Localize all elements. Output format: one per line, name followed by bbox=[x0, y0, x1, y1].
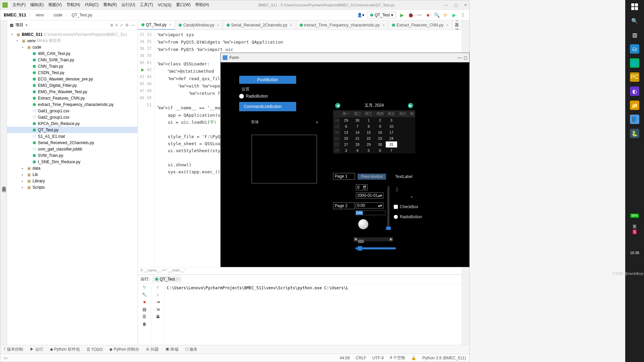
execute-icon[interactable]: ▶ bbox=[451, 12, 457, 18]
tree-row[interactable]: ⬢QT_Test.py bbox=[7, 127, 138, 133]
reader-mode[interactable]: 阅读器模式 bbox=[455, 20, 459, 30]
bottom-tool-pyc[interactable]: ◆ Python 控制台 bbox=[109, 347, 139, 352]
calendar-day[interactable]: 15 bbox=[363, 129, 374, 135]
menu-code[interactable]: 代码(C) bbox=[85, 2, 99, 8]
menu-tools[interactable]: 工具(T) bbox=[140, 2, 153, 8]
calendar-day[interactable]: 1 bbox=[363, 117, 374, 123]
qt-minimize-icon[interactable]: — bbox=[458, 55, 462, 60]
calendar-day[interactable]: 29 bbox=[363, 141, 374, 147]
tab-page-1[interactable]: Page 1 bbox=[333, 173, 355, 180]
calendar-day[interactable]: 5 bbox=[363, 147, 374, 154]
calendar-day[interactable]: 29 bbox=[340, 117, 352, 123]
indent[interactable]: 4 个空格 bbox=[390, 355, 405, 361]
search-icon[interactable]: 🔍 bbox=[434, 12, 440, 18]
bottom-tool-term[interactable]: ▣ 终端 bbox=[165, 347, 178, 352]
calendar-day[interactable]: 7 bbox=[352, 123, 363, 129]
calendar-widget[interactable]: ◀ 五月, 2024 ▶ 周一周二周三周四周五周六周18293012319678… bbox=[333, 103, 415, 154]
command-link-button[interactable]: CommandLinkButton bbox=[239, 102, 296, 111]
rerun-icon[interactable]: ↻ bbox=[143, 285, 146, 290]
horizontal-scrollbar[interactable]: ◀▶ bbox=[354, 237, 393, 241]
cal-month-label[interactable]: 五月, 2024 bbox=[365, 103, 384, 108]
stop-icon[interactable]: ■ bbox=[425, 12, 431, 18]
ime-indicator[interactable]: 英S bbox=[633, 224, 637, 235]
python-icon[interactable]: 🐍 bbox=[630, 129, 639, 138]
cal-prev-icon[interactable]: ◀ bbox=[335, 103, 340, 108]
start-icon[interactable] bbox=[630, 2, 639, 11]
menu-view[interactable]: 视图(V) bbox=[48, 2, 62, 8]
minimize-icon[interactable]: — bbox=[444, 3, 448, 7]
calendar-day[interactable]: 22 bbox=[363, 135, 374, 141]
calendar-day[interactable] bbox=[397, 123, 409, 129]
up-icon[interactable]: ↑ bbox=[157, 285, 159, 290]
calendar-day[interactable]: 20 bbox=[340, 135, 352, 141]
filter-icon[interactable]: ☰ bbox=[143, 314, 146, 319]
bottom-tool-list[interactable]: ☰ TODO bbox=[87, 347, 103, 352]
cal-next-icon[interactable]: ▶ bbox=[408, 103, 413, 108]
menu-vcs[interactable]: VCS(S) bbox=[158, 3, 171, 7]
calendar-day[interactable] bbox=[408, 123, 415, 129]
horizontal-slider[interactable] bbox=[356, 247, 396, 249]
tree-row[interactable]: ⬢SVM_Train.py bbox=[7, 152, 138, 159]
tree-row[interactable]: 📄svm_gait_classifier.joblib bbox=[7, 146, 138, 152]
qt-maximize-icon[interactable]: ▢ bbox=[464, 55, 467, 60]
editor-tab[interactable]: ⬢CandyWindow.py× bbox=[175, 20, 223, 30]
tree-row[interactable]: ▸▣data bbox=[7, 165, 138, 171]
breadcrumb-code[interactable]: code bbox=[54, 13, 62, 17]
key-sequence-edit[interactable]: Press shortcut bbox=[358, 174, 386, 180]
menu-help[interactable]: 帮助(H) bbox=[195, 2, 209, 8]
calendar-day[interactable]: 30 bbox=[374, 141, 386, 147]
app-icon[interactable]: ◐ bbox=[630, 86, 639, 96]
vertical-slider[interactable] bbox=[387, 186, 389, 230]
book-icon[interactable]: 📘 bbox=[630, 115, 639, 124]
line-edit-placeholder[interactable]: ▯ bbox=[396, 186, 398, 192]
hide-icon[interactable]: — bbox=[131, 23, 135, 27]
run-config-selector[interactable]: ⬢QT_Test▾ bbox=[367, 12, 396, 18]
calendar-day[interactable] bbox=[397, 135, 409, 141]
calendar-day[interactable]: 21 bbox=[352, 135, 363, 141]
status-hint-icon[interactable]: ▭ bbox=[4, 356, 7, 360]
tree-row[interactable]: ⬢485_CAN_Test.py bbox=[7, 50, 138, 57]
bottom-tool-play[interactable]: ▶ 运行 bbox=[30, 347, 43, 352]
bottom-tool-branch[interactable]: ᚶ 版本控制 bbox=[4, 347, 23, 352]
tree-row[interactable]: ⬢Extract_Features_CNN.py bbox=[7, 95, 138, 101]
font-combobox[interactable]: 宋体▾ bbox=[251, 119, 318, 125]
trash-icon[interactable]: 🗑 bbox=[143, 322, 147, 326]
tree-row[interactable]: ▾▣code bbox=[7, 44, 138, 50]
scroll-icon[interactable]: ⇲ bbox=[156, 307, 160, 312]
tree-row[interactable]: 📄Gait1_group1.csv bbox=[7, 108, 138, 114]
menu-nav[interactable]: 导航(N) bbox=[66, 2, 80, 8]
close-tab-icon[interactable]: × bbox=[290, 23, 292, 27]
bottom-tool-svc[interactable]: ⬡ 服务 bbox=[185, 347, 198, 352]
breadcrumb-venv[interactable]: venv bbox=[36, 13, 44, 17]
pycharm-taskbar-icon[interactable]: PC bbox=[630, 72, 639, 82]
menu-run[interactable]: 运行(U) bbox=[121, 2, 135, 8]
calendar-day[interactable]: 4 bbox=[352, 147, 363, 154]
calendar-day[interactable] bbox=[397, 147, 409, 154]
calendar-day[interactable]: 8 bbox=[363, 123, 374, 129]
close-tab-icon[interactable]: × bbox=[217, 23, 219, 27]
dial[interactable] bbox=[358, 219, 368, 229]
calendar-day[interactable] bbox=[408, 117, 415, 123]
calendar-day[interactable] bbox=[408, 135, 415, 141]
date-buttons-icon[interactable]: ▴▾ bbox=[378, 193, 382, 198]
checkbox[interactable]: CheckBox bbox=[394, 204, 418, 209]
tree-row[interactable]: ⬢EMG_Digital_Filter.py bbox=[7, 82, 138, 88]
close-tab-icon[interactable]: × bbox=[169, 22, 171, 27]
combobox-arrow-icon[interactable]: ▾ bbox=[411, 195, 413, 199]
calendar-day[interactable]: 24 bbox=[386, 135, 397, 141]
project-view-icon[interactable]: ▦ bbox=[10, 23, 13, 27]
tree-row[interactable]: ⬢KPCA_Dim_Reduce.py bbox=[7, 120, 138, 127]
calendar-day[interactable]: 23 bbox=[374, 135, 386, 141]
tree-row[interactable]: ⬢Serial_Received_2Channels.py bbox=[7, 139, 138, 146]
push-button[interactable]: PushButton bbox=[239, 76, 296, 84]
tree-row[interactable]: ⬢t_SNE_Dim_Reduce.py bbox=[7, 159, 138, 165]
tab-page-2[interactable]: Page 2 bbox=[333, 202, 355, 209]
debug-icon[interactable]: 🐞 bbox=[408, 12, 414, 18]
close-tab-icon[interactable]: × bbox=[382, 23, 385, 27]
calendar-day[interactable]: 28 bbox=[352, 141, 363, 147]
radio-button-1[interactable]: RadioButton bbox=[239, 94, 268, 99]
down-icon[interactable]: ↓ bbox=[157, 292, 159, 297]
run-icon[interactable]: ▶ bbox=[399, 12, 405, 18]
tree-row[interactable]: ⬢ECG_Wavelet_denoise_pre.py bbox=[7, 76, 138, 82]
cursor-position[interactable]: 44:58 bbox=[340, 356, 350, 360]
